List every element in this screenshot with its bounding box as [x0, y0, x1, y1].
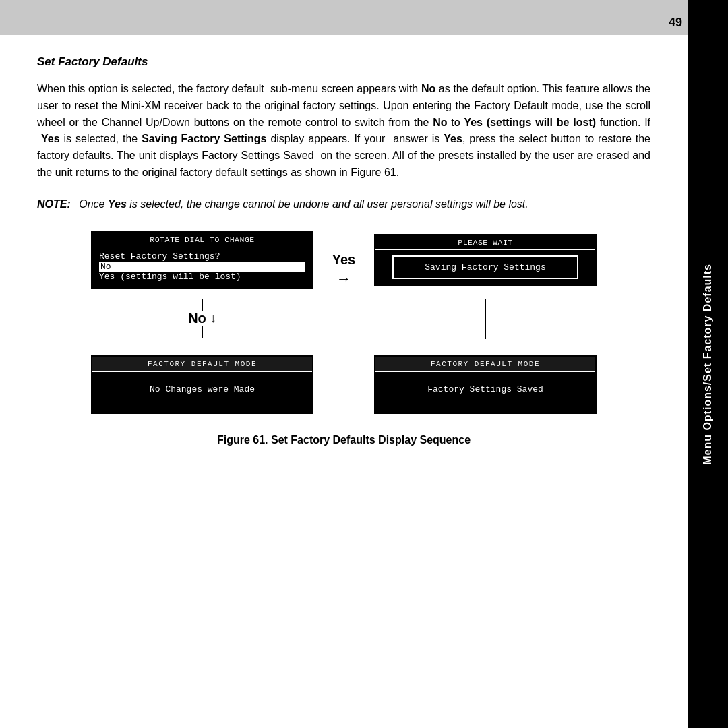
bottom-right-screen: FACTORY DEFAULT MODE Factory Settings Sa…	[374, 355, 597, 414]
left-screen-header: ROTATE DIAL TO CHANGE	[92, 233, 312, 247]
bottom-right-header: FACTORY DEFAULT MODE	[375, 357, 595, 372]
note-label: NOTE:	[37, 196, 71, 212]
middle-connectors: No ↓	[91, 299, 597, 339]
bottom-right-body: Factory Settings Saved	[375, 372, 595, 413]
left-row2: No	[99, 262, 305, 272]
left-vert-line2	[202, 326, 203, 338]
right-screen-body: Saving Factory Settings	[375, 250, 595, 285]
bottom-left-screen: FACTORY DEFAULT MODE No Changes were Mad…	[91, 355, 313, 414]
sidebar-label: Menu Options/Set Factory Defaults	[702, 264, 714, 465]
top-screens-row: ROTATE DIAL TO CHANGE Reset Factory Sett…	[37, 231, 650, 289]
figure-container: ROTATE DIAL TO CHANGE Reset Factory Sett…	[37, 231, 650, 446]
top-bar: 49	[0, 0, 728, 35]
left-vert-line	[202, 299, 203, 311]
bottom-spacer	[313, 355, 374, 414]
no-connector: No ↓	[188, 311, 216, 326]
saving-box: Saving Factory Settings	[392, 255, 578, 279]
section-heading: Set Factory Defaults	[37, 55, 650, 69]
main-content: Set Factory Defaults When this option is…	[0, 35, 688, 728]
note-block: NOTE: Once Yes is selected, the change c…	[37, 196, 650, 212]
bottom-screens-row: FACTORY DEFAULT MODE No Changes were Mad…	[37, 355, 650, 414]
right-screen-header: PLEASE WAIT	[375, 235, 595, 250]
left-screen: ROTATE DIAL TO CHANGE Reset Factory Sett…	[91, 231, 313, 289]
figure-caption: Figure 61. Set Factory Defaults Display …	[217, 434, 471, 446]
page-number: 49	[669, 16, 682, 30]
left-screen-body: Reset Factory Settings? No Yes (settings…	[92, 247, 312, 288]
yes-arrow: →	[336, 270, 351, 288]
note-content: Once Yes is selected, the change cannot …	[76, 196, 528, 212]
left-vert: No ↓	[91, 299, 313, 338]
left-row3: Yes (settings will be lost)	[99, 272, 305, 282]
yes-label: Yes	[332, 252, 355, 268]
body-text: When this option is selected, the factor…	[37, 81, 650, 181]
right-vert-line	[485, 299, 486, 339]
left-row1: Reset Factory Settings?	[99, 251, 305, 262]
bottom-left-header: FACTORY DEFAULT MODE	[92, 357, 312, 372]
right-vert	[374, 299, 597, 339]
down-arrow: ↓	[210, 311, 216, 326]
yes-connector: Yes →	[313, 232, 374, 288]
right-screen: PLEASE WAIT Saving Factory Settings	[374, 234, 597, 286]
bottom-left-body: No Changes were Made	[92, 372, 312, 413]
right-sidebar: Menu Options/Set Factory Defaults	[688, 0, 728, 728]
no-label: No	[188, 311, 206, 326]
